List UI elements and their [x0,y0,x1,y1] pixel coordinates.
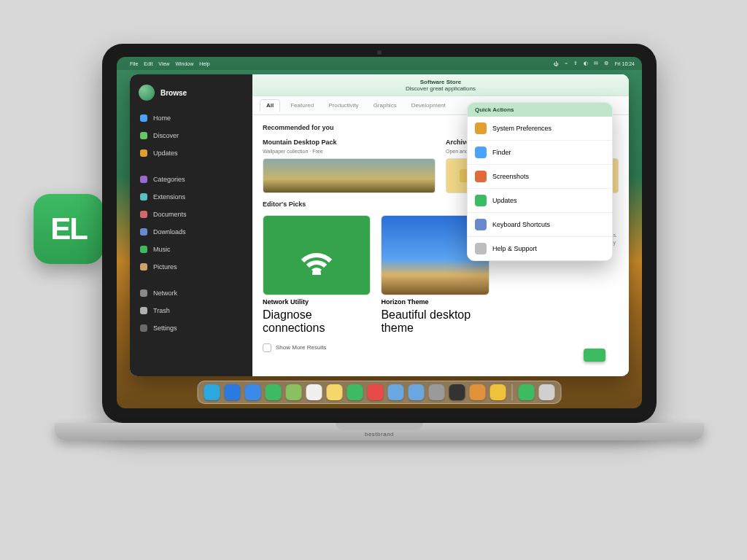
menubar-item[interactable]: Window [175,61,193,66]
dock-store-icon[interactable] [347,384,363,400]
music-icon [140,246,147,253]
dock-calc-icon[interactable] [490,384,506,400]
dock-mail-icon[interactable] [245,384,261,400]
trash-icon [140,307,147,314]
sidebar-title: Browse [160,89,187,97]
status-icon[interactable]: ⚙ [604,61,608,66]
dock-trash-icon[interactable] [539,384,555,400]
panel-item-label: System Preferences [492,125,551,132]
download-icon [140,228,147,236]
sidebar-item-label: Updates [153,149,178,157]
dock-separator [512,384,513,400]
panel-item-shortcuts[interactable]: Keyboard Shortcuts [468,213,612,237]
panel-item-preferences[interactable]: System Preferences [468,117,612,141]
finder-icon [475,147,487,158]
expand-icon [263,343,271,352]
menubar: File Edit View Window Help ⏻ ⌁ ⇪ ◐ ✉ ⚙ F… [117,57,642,70]
panel-item-screenshots[interactable]: Screenshots [468,165,612,189]
laptop-notch [336,423,423,430]
sidebar-item-label: Home [153,114,171,122]
camera-dot [377,50,382,55]
footer-link[interactable]: Show More Results [263,342,619,352]
app-logo-badge: EL [34,194,104,264]
panel-item-label: Finder [492,149,511,156]
sidebar-item-settings[interactable]: Settings [136,321,247,335]
panel-item-updates[interactable]: Updates [468,189,612,213]
dock-evernote-icon[interactable] [519,384,535,400]
dock-terminal-icon[interactable] [449,384,465,400]
laptop-frame: File Edit View Window Help ⏻ ⌁ ⇪ ◐ ✉ ⚙ F… [102,44,657,423]
home-icon [140,114,147,122]
panel-heading: Quick Actions [468,103,612,117]
puzzle-icon [140,193,147,201]
dock-notes-icon[interactable] [327,384,343,400]
sidebar-item-network[interactable]: Network [136,286,247,300]
sidebar-item-categories[interactable]: Categories [136,172,247,187]
sidebar-item-label: Pictures [153,263,177,271]
tab-featured[interactable]: Featured [286,100,318,111]
thumbnail-mountain-icon [263,158,436,193]
window-titlebar: Software Store Discover great applicatio… [252,74,629,96]
panel-item-label: Keyboard Shortcuts [492,221,550,228]
tab-productivity[interactable]: Productivity [324,100,363,111]
dock-safari-icon[interactable] [225,384,241,400]
panel-item-label: Help & Support [492,245,537,252]
sidebar-item-label: Trash [153,307,170,314]
dock-photos-icon[interactable] [306,384,322,400]
dock-maps-icon[interactable] [286,384,302,400]
menubar-clock[interactable]: Fri 10:24 [614,61,635,66]
menubar-item[interactable]: Help [199,61,209,66]
card-subtitle: Diagnose connections [263,308,371,335]
dock-finder-icon[interactable] [204,384,220,400]
dock-music-icon[interactable] [368,384,384,400]
sidebar: Browse Home Discover Updates Categories … [130,74,252,376]
sidebar-item-documents[interactable]: Documents [136,207,247,222]
sidebar-header[interactable]: Browse [136,82,247,108]
sidebar-item-music[interactable]: Music [136,242,247,257]
dock [198,381,562,404]
doc-icon [140,211,147,218]
dock-folder-icon[interactable] [409,384,425,400]
sidebar-item-downloads[interactable]: Downloads [136,225,247,239]
menubar-item[interactable]: Edit [144,61,152,66]
tab-development[interactable]: Development [407,100,450,111]
sidebar-item-label: Network [153,289,177,297]
dock-messages-icon[interactable] [266,384,282,400]
dock-books-icon[interactable] [470,384,486,400]
status-icon[interactable]: ✉ [594,61,598,66]
sidebar-item-label: Downloads [153,228,186,236]
dock-folder-icon[interactable] [388,384,404,400]
status-icon[interactable]: ⇪ [573,61,578,66]
sidebar-item-discover[interactable]: Discover [136,128,247,143]
compass-icon [140,132,147,139]
network-icon [140,289,147,297]
card-title: Mountain Desktop Pack [263,139,436,146]
sidebar-item-extensions[interactable]: Extensions [136,190,247,204]
sidebar-item-trash[interactable]: Trash [136,303,247,318]
card-editors-1[interactable]: Network Utility Diagnose connections [263,215,371,335]
sidebar-item-label: Settings [153,324,177,332]
panel-item-finder[interactable]: Finder [468,141,612,165]
sidebar-item-updates[interactable]: Updates [136,146,247,160]
tab-graphics[interactable]: Graphics [369,100,401,111]
card-recommended-1[interactable]: Mountain Desktop Pack Wallpaper collecti… [263,139,436,193]
card-subtitle: Beautiful desktop theme [381,308,489,335]
status-icon[interactable]: ⌁ [565,61,568,66]
status-icon[interactable]: ⏻ [554,61,559,66]
menubar-item[interactable]: File [130,61,138,66]
camera-icon [475,171,487,182]
status-icon[interactable]: ◐ [584,61,588,66]
quick-actions-panel: Quick Actions System Preferences Finder … [467,102,613,261]
menubar-item[interactable]: View [158,61,169,66]
card-title: Horizon Theme [381,298,489,306]
desktop-widget[interactable] [584,349,605,362]
panel-item-help[interactable]: Help & Support [468,237,612,260]
desktop-screen: File Edit View Window Help ⏻ ⌁ ⇪ ◐ ✉ ⚙ F… [117,57,642,408]
keyboard-icon [475,219,487,230]
refresh-icon [140,149,147,157]
dock-settings-icon[interactable] [429,384,445,400]
sidebar-item-home[interactable]: Home [136,111,247,125]
sidebar-item-pictures[interactable]: Pictures [136,260,247,274]
tab-all[interactable]: All [260,99,280,112]
panel-item-label: Updates [492,197,517,204]
